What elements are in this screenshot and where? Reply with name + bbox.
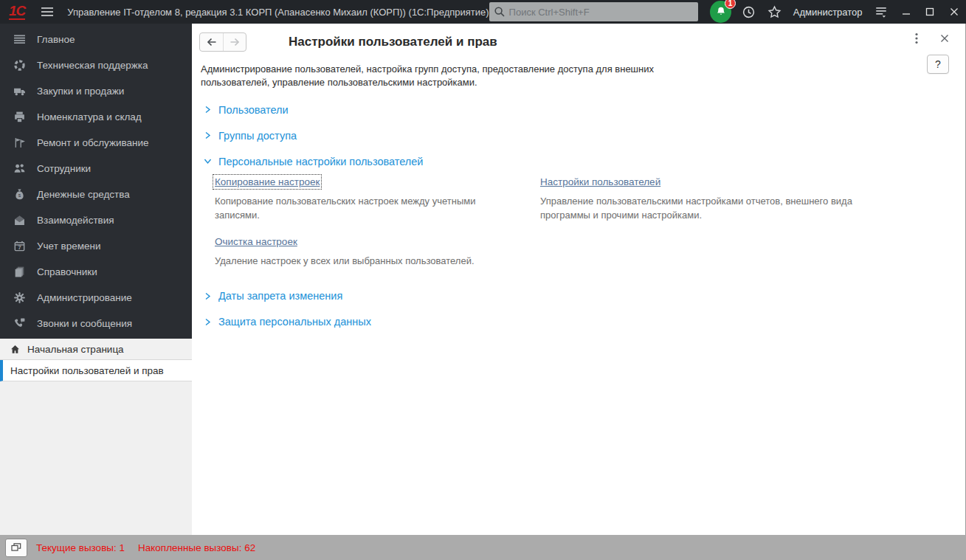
notification-badge: 1 xyxy=(725,0,736,9)
sidebar-item-calls-messages[interactable]: Звонки и сообщения xyxy=(0,311,192,336)
sidebar-item-label: Техническая поддержка xyxy=(37,60,148,71)
history-icon[interactable] xyxy=(739,2,758,21)
titlebar: 1С Управление IT-отделом 8, редакция 3.1… xyxy=(0,0,966,24)
windows-icon xyxy=(10,542,22,553)
help-button[interactable]: ? xyxy=(927,55,949,74)
chevron-right-icon xyxy=(202,105,213,115)
link-block-clear-settings: Очистка настроек Удаление настроек у все… xyxy=(215,235,540,268)
link-description: Удаление настроек у всех или выбранных п… xyxy=(215,255,522,268)
sidebar-item-repair-service[interactable]: Ремонт и обслуживание xyxy=(0,130,192,156)
svg-text:7: 7 xyxy=(18,244,21,251)
tab-label: Начальная страница xyxy=(27,344,124,355)
section-restriction-dates[interactable]: Даты запрета изменения xyxy=(202,283,955,309)
menu-lines-icon xyxy=(13,33,26,46)
1c-logo: 1С xyxy=(9,4,25,20)
sidebar-filler xyxy=(0,381,192,535)
sidebar-item-nomenclature-warehouse[interactable]: Номенклатура и склад xyxy=(0,104,192,130)
link-copy-settings[interactable]: Копирование настроек xyxy=(215,176,320,187)
notifications-button[interactable]: 1 xyxy=(710,1,731,23)
sidebar-item-label: Учет времени xyxy=(37,241,101,252)
chevron-right-icon xyxy=(202,317,213,327)
truck-icon xyxy=(13,85,26,97)
search-input[interactable] xyxy=(509,7,694,18)
link-block-user-settings: Настройки пользователей Управление польз… xyxy=(540,175,955,221)
close-form-icon[interactable] xyxy=(939,32,951,44)
section-label: Защита персональных данных xyxy=(218,316,371,328)
section-personal-settings[interactable]: Персональные настройки пользователей xyxy=(202,148,955,174)
main-menu-icon[interactable] xyxy=(38,4,55,20)
maximize-button[interactable] xyxy=(918,0,942,24)
phone-message-icon xyxy=(13,317,26,330)
chevron-down-icon xyxy=(202,156,213,167)
sidebar-item-main[interactable]: Главное xyxy=(0,27,192,52)
sidebar-menu: Главное Техническая поддержка Закупки и … xyxy=(0,24,192,339)
main-panel: Настройки пользователей и прав ? Админис… xyxy=(192,24,966,535)
home-icon xyxy=(10,344,21,355)
minimize-button[interactable] xyxy=(894,0,918,24)
sidebar-item-label: Денежные средства xyxy=(37,189,130,200)
accumulated-calls-label: Накопленные вызовы: xyxy=(138,542,241,553)
section-access-groups[interactable]: Группы доступа xyxy=(202,122,955,148)
lifering-icon xyxy=(13,59,26,72)
employees-icon xyxy=(13,162,26,175)
accumulated-calls-status: Накопленные вызовы: 62 xyxy=(138,542,255,553)
sidebar-item-label: Главное xyxy=(37,34,75,45)
section-users[interactable]: Пользователи xyxy=(202,97,955,122)
section-label: Персональные настройки пользователей xyxy=(218,156,423,167)
link-block-copy-settings: Копирование настроек Копирование пользов… xyxy=(215,175,540,221)
books-icon xyxy=(13,266,26,278)
mail-icon xyxy=(13,214,26,227)
sidebar-item-label: Закупки и продажи xyxy=(37,86,124,97)
close-window-button[interactable] xyxy=(942,0,966,24)
sidebar-item-administration[interactable]: Администрирование xyxy=(0,285,192,311)
chevron-right-icon xyxy=(202,291,213,301)
forward-button[interactable] xyxy=(223,33,246,51)
sidebar-item-time-tracking[interactable]: 7 Учет времени xyxy=(0,233,192,259)
sidebar-item-money[interactable]: s Денежные средства xyxy=(0,182,192,207)
more-menu-icon[interactable] xyxy=(911,32,922,44)
sidebar-item-interactions[interactable]: Взаимодействия xyxy=(0,207,192,233)
sidebar-item-label: Взаимодействия xyxy=(37,215,114,226)
flags-icon xyxy=(13,136,26,149)
page-title: Настройки пользователей и прав xyxy=(289,35,497,49)
printer-icon xyxy=(13,111,26,123)
link-user-settings[interactable]: Настройки пользователей xyxy=(540,176,660,187)
accumulated-calls-value: 62 xyxy=(244,542,255,553)
sidebar-item-catalogs[interactable]: Справочники xyxy=(0,259,192,285)
sidebar-item-employees[interactable]: Сотрудники xyxy=(0,156,192,182)
sidebar-item-label: Звонки и сообщения xyxy=(37,318,132,329)
current-calls-status: Текущие вызовы: 1 xyxy=(36,542,125,553)
service-menu-icon[interactable] xyxy=(872,2,891,21)
personal-settings-links: Копирование настроек Копирование пользов… xyxy=(215,175,955,280)
section-personal-data-protection[interactable]: Защита персональных данных xyxy=(202,309,955,335)
link-description: Копирование пользовательских настроек ме… xyxy=(215,195,522,221)
link-clear-settings[interactable]: Очистка настроек xyxy=(215,236,297,247)
money-bag-icon: s xyxy=(13,188,26,201)
back-button[interactable] xyxy=(200,33,223,51)
content-header: Настройки пользователей и прав xyxy=(199,31,955,53)
sidebar-item-purchases-sales[interactable]: Закупки и продажи xyxy=(0,78,192,104)
section-label: Группы доступа xyxy=(218,130,297,142)
window-title: Управление IT-отделом 8, редакция 3.1 КО… xyxy=(67,7,489,18)
section-label: Пользователи xyxy=(218,104,289,116)
current-user-label[interactable]: Администратор xyxy=(793,7,863,18)
favorites-star-icon[interactable] xyxy=(765,2,784,21)
sidebar-item-label: Ремонт и обслуживание xyxy=(37,137,149,148)
sidebar-item-tech-support[interactable]: Техническая поддержка xyxy=(0,52,192,78)
global-search[interactable] xyxy=(489,2,699,21)
sidebar: Главное Техническая поддержка Закупки и … xyxy=(0,24,192,535)
sections-list: Пользователи Группы доступа Персональные… xyxy=(199,97,955,335)
section-label: Даты запрета изменения xyxy=(218,290,342,302)
tab-label: Настройки пользователей и прав xyxy=(10,365,164,376)
performance-indicator-button[interactable] xyxy=(5,539,27,557)
page-description: Администрирование пользователей, настрой… xyxy=(201,63,667,89)
sidebar-item-label: Сотрудники xyxy=(37,163,91,174)
tab-user-rights-settings[interactable]: Настройки пользователей и прав xyxy=(0,360,192,381)
current-calls-label: Текущие вызовы: xyxy=(36,542,117,553)
search-icon xyxy=(494,6,506,18)
link-description: Управление пользовательскими настройками… xyxy=(540,195,874,221)
sidebar-item-label: Справочники xyxy=(37,266,97,277)
sidebar-item-label: Администрирование xyxy=(37,292,132,303)
sidebar-item-label: Номенклатура и склад xyxy=(37,111,142,122)
tab-home-page[interactable]: Начальная страница xyxy=(0,339,192,360)
